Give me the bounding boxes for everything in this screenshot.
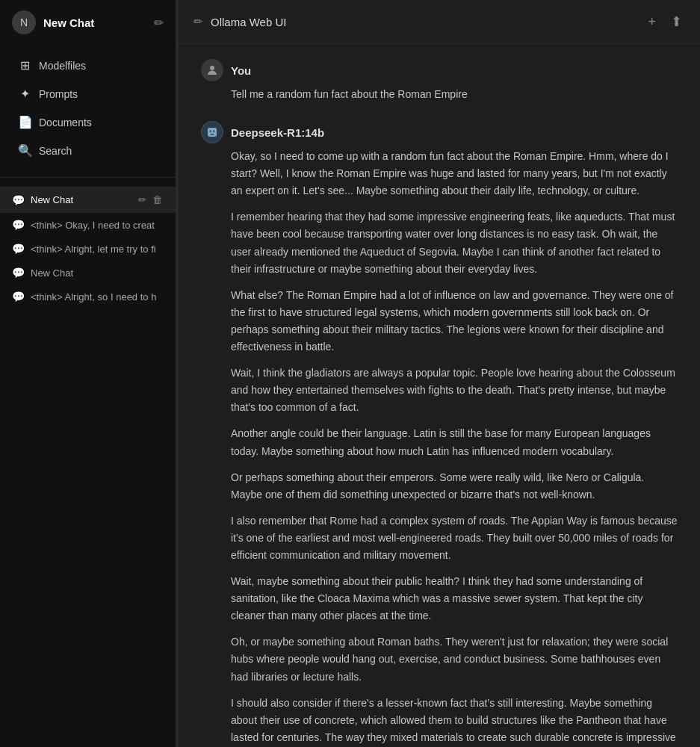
svg-point-3 [213,130,214,131]
sidebar-item-prompts[interactable]: ✦ Prompts [6,80,170,108]
search-icon: 🔍 [18,143,31,158]
chat-item-label: <think> Alright, so I need to h [31,291,164,303]
ai-para-3: Wait, I think the gladiators are always … [231,365,678,416]
chat-item-2[interactable]: 💬 <think> Alright, let me try to fi [0,237,176,261]
sidebar-divider [0,177,176,178]
sidebar: N New Chat ✏ ⊞ Modelfiles ✦ Prompts 📄 Do… [0,0,176,747]
sidebar-item-modelfiles[interactable]: ⊞ Modelfiles [6,52,170,79]
sidebar-item-documents[interactable]: 📄 Documents [6,108,170,136]
sidebar-nav: ⊞ Modelfiles ✦ Prompts 📄 Documents 🔍 Sea… [0,45,176,171]
ai-para-0: Okay, so I need to come up with a random… [231,148,678,199]
sidebar-item-label: Modelfiles [39,60,86,72]
main-header: ✏ Ollama Web UI + ⬆ [179,0,700,44]
ai-para-6: I also remember that Rome had a complex … [231,512,678,564]
ai-para-5: Or perhaps something about their emperor… [231,469,678,503]
chat-item-actions: ✏ 🗑 [137,193,164,207]
chat-item-1[interactable]: 💬 <think> Okay, I need to creat [0,213,176,237]
user-message-group: You Tell me a random fun fact about the … [201,59,678,103]
svg-point-0 [210,66,214,70]
ai-name: Deepseek-R1:14b [231,126,324,139]
chat-item-new-chat[interactable]: 💬 New Chat ✏ 🗑 [0,187,176,213]
sidebar-logo: N New Chat [12,10,94,34]
header-edit-icon[interactable]: ✏ [193,15,203,28]
chat-bubble-icon: 💬 [12,267,25,279]
chat-item-label: New Chat [31,267,164,279]
sidebar-header: N New Chat ✏ [0,0,176,45]
ai-avatar [201,121,223,143]
app-title: New Chat [43,16,94,29]
chat-container: You Tell me a random fun fact about the … [179,44,700,747]
chat-item-3[interactable]: 💬 New Chat [0,261,176,285]
ai-message-group: Deepseek-R1:14b Okay, so I need to come … [201,121,678,747]
svg-point-2 [210,130,211,131]
sidebar-item-label: Search [39,145,72,157]
documents-icon: 📄 [18,115,31,129]
chat-item-label: <think> Okay, I need to creat [31,220,164,231]
ai-para-1: I remember hearing that they had some im… [231,208,678,277]
user-avatar [201,59,223,81]
header-title: Ollama Web UI [211,16,286,28]
user-message-text: Tell me a random fun fact about the Roma… [231,86,678,103]
ai-para-2: What else? The Roman Empire had a lot of… [231,287,678,356]
main-content: ✏ Ollama Web UI + ⬆ You Tell me a random… [179,0,700,747]
svg-rect-1 [208,128,217,137]
ai-para-4: Another angle could be their language. L… [231,425,678,459]
new-chat-edit-icon[interactable]: ✏ [154,16,164,30]
app-logo: N [12,10,36,34]
ai-message-header: Deepseek-R1:14b [201,121,678,143]
new-chat-button[interactable]: + [645,11,659,33]
ai-para-7: Wait, maybe something about their public… [231,573,678,624]
sidebar-item-label: Documents [39,117,92,128]
ai-message-content: Okay, so I need to come up with a random… [231,148,678,747]
chat-bubble-icon: 💬 [12,291,25,303]
share-button[interactable]: ⬆ [668,10,685,33]
chat-list: 💬 New Chat ✏ 🗑 💬 <think> Okay, I need to… [0,184,176,747]
header-left: ✏ Ollama Web UI [193,15,286,28]
chat-item-label: <think> Alright, let me try to fi [31,244,164,255]
prompts-icon: ✦ [18,87,31,101]
header-right: + ⬆ [645,10,685,33]
modelfiles-icon: ⊞ [18,58,31,72]
chat-edit-button[interactable]: ✏ [137,193,148,207]
ai-para-8: Oh, or maybe something about Roman baths… [231,633,678,685]
sidebar-item-label: Prompts [39,88,78,100]
chat-bubble-icon: 💬 [12,194,25,206]
chat-item-label: New Chat [31,194,131,205]
chat-bubble-icon: 💬 [12,219,25,231]
chat-bubble-icon: 💬 [12,243,25,255]
message-header: You [201,59,678,81]
user-message-content: Tell me a random fun fact about the Roma… [231,86,678,103]
ai-para-9: I should also consider if there's a less… [231,695,678,747]
user-name: You [231,64,251,77]
chat-delete-button[interactable]: 🗑 [151,193,164,207]
sidebar-item-search[interactable]: 🔍 Search [6,137,170,164]
chat-item-4[interactable]: 💬 <think> Alright, so I need to h [0,285,176,309]
